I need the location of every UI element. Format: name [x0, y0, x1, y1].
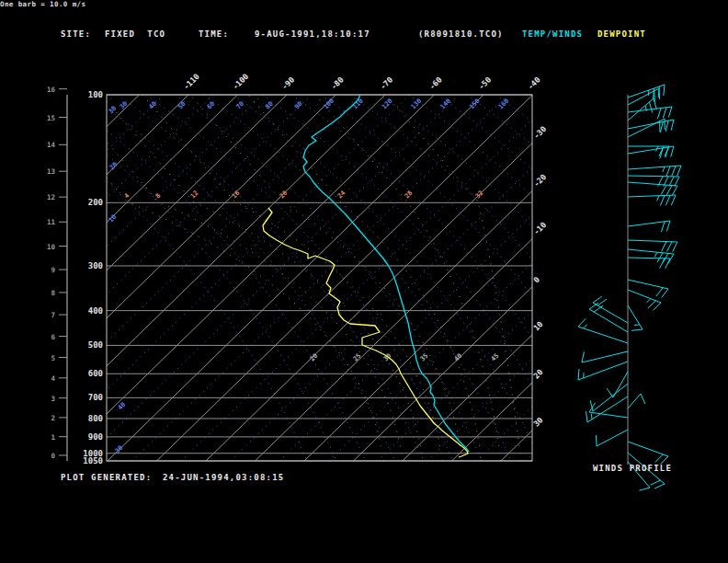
wind-barb-half-tick [584, 325, 587, 328]
height-km-label: 9 [51, 266, 55, 274]
isotherm-dotted-line [0, 95, 164, 461]
wind-barb-tick [666, 167, 670, 177]
wind-barb-tick [657, 253, 663, 262]
wind-barb-tick [593, 296, 602, 303]
pressure-label: 700 [88, 393, 103, 402]
top-temp-label: -40 [526, 75, 542, 91]
dry-adiabat-line [29, 95, 336, 461]
wind-barb-tick [671, 120, 674, 131]
wind-barb-tick [594, 305, 603, 312]
wind-barb-tick [668, 107, 672, 117]
height-km-label: 10 [47, 243, 56, 251]
moist-adiabat-label: 20 [279, 190, 290, 201]
wind-barb-staff [597, 430, 628, 446]
wind-barb-staff [587, 396, 628, 422]
isotherm-dotted-line [0, 95, 262, 461]
winds-profile-title: WINDS PROFILE [593, 464, 672, 473]
wind-barb-half-tick [646, 299, 650, 303]
wind-barb-tick [649, 102, 652, 113]
height-km-label: 6 [51, 333, 55, 341]
pressure-label: 800 [88, 414, 103, 423]
mid-gray-label: 25 [352, 352, 363, 363]
wind-barb-staff [593, 303, 628, 323]
wind-barb-tick [660, 259, 665, 269]
wind-barb-tick [671, 195, 676, 205]
dry-adiabat-line [87, 95, 394, 461]
height-km-label: 8 [51, 289, 55, 297]
wind-barb-half-tick [654, 252, 657, 257]
moist-adiabat-label: 12 [189, 190, 200, 201]
wind-barb-tick [665, 147, 668, 158]
wind-barb-tick [677, 166, 681, 176]
isotherm-dotted-line [526, 95, 728, 461]
dry-adiabat-line [204, 95, 511, 461]
wind-barb-tick [639, 488, 650, 490]
wind-barb-staff [628, 166, 681, 169]
mid-gray-label: 35 [419, 352, 430, 363]
wind-barb-half-tick [657, 196, 659, 201]
moist-adiabat-line [35, 95, 383, 461]
isotherm-line [304, 95, 680, 461]
isotherm-dotted-line [329, 95, 705, 461]
wind-barb-staff [628, 280, 668, 289]
isotherm-dotted-line [0, 95, 17, 461]
wind-barb-staff [628, 249, 674, 254]
wind-barb-tick [641, 394, 645, 404]
top-temp-label: -100 [231, 72, 251, 92]
plot-border [107, 95, 532, 461]
dry-adiabat-line [146, 95, 453, 461]
pressure-label: 100 [88, 90, 103, 99]
wind-barb-tick [671, 146, 674, 157]
isotherm-dotted-line [132, 95, 508, 461]
moist-adiabat-line [142, 95, 442, 461]
height-km-label: 3 [51, 395, 55, 403]
wind-barb-staff [589, 412, 628, 418]
wind-barb-tick [631, 329, 643, 330]
isotherm-line [0, 95, 90, 461]
isotherm-line [59, 95, 435, 461]
isotherm-line [551, 95, 728, 461]
wind-barb-tick [651, 480, 661, 485]
wind-barb-staff [578, 327, 628, 343]
wind-barb-tick [582, 351, 584, 362]
dry-adiabat-label: 120 [381, 98, 394, 111]
wind-barb-staff [628, 394, 641, 408]
dry-adiabat-label: 90 [293, 100, 304, 111]
height-km-label: 7 [51, 311, 55, 319]
dry-adiabat-line [59, 95, 366, 461]
height-km-label: 11 [47, 218, 56, 226]
wind-barbs [578, 85, 681, 490]
right-temp-label: 10 [531, 319, 544, 332]
height-km-label: 14 [47, 141, 56, 149]
wind-barb-tick [653, 303, 661, 310]
dry-adiabat-label: 30 [119, 100, 130, 111]
dry-adiabat-line [321, 95, 628, 461]
dry-adiabat-label: 130 [410, 98, 424, 111]
pressure-label: 400 [88, 306, 103, 316]
isotherm-dotted-line [181, 95, 557, 461]
isotherm-line [0, 95, 41, 461]
dry-adiabat-line [263, 95, 570, 461]
wind-barb-half-tick [634, 325, 640, 326]
wind-barb-tick [597, 299, 607, 305]
pressure-label: 200 [88, 198, 103, 207]
top-temp-label: -70 [378, 75, 394, 91]
wind-barb-staff [628, 442, 668, 456]
top-temp-label: -110 [181, 72, 201, 92]
plot-generated-label: PLOT GENERATED: [61, 473, 152, 482]
isotherm-line [354, 95, 728, 461]
moist-adiabat-line [248, 95, 482, 461]
top-temp-label: -50 [476, 75, 493, 91]
isotherm-dotted-line [476, 95, 728, 461]
moist-adiabat-label: 24 [336, 190, 347, 201]
moist-adiabat-line [190, 95, 462, 461]
wind-barb-half-tick [591, 414, 592, 419]
dry-adiabat-label: 160 [497, 98, 511, 111]
dry-adiabat-label: 40 [147, 100, 158, 111]
moist-adiabat-label: 28 [404, 190, 415, 201]
height-km-label: 16 [47, 86, 56, 94]
top-temp-label: -80 [329, 75, 346, 91]
right-temp-label: 20 [531, 367, 544, 380]
isotherm-line [0, 95, 287, 461]
wind-barb-tick [589, 303, 598, 309]
